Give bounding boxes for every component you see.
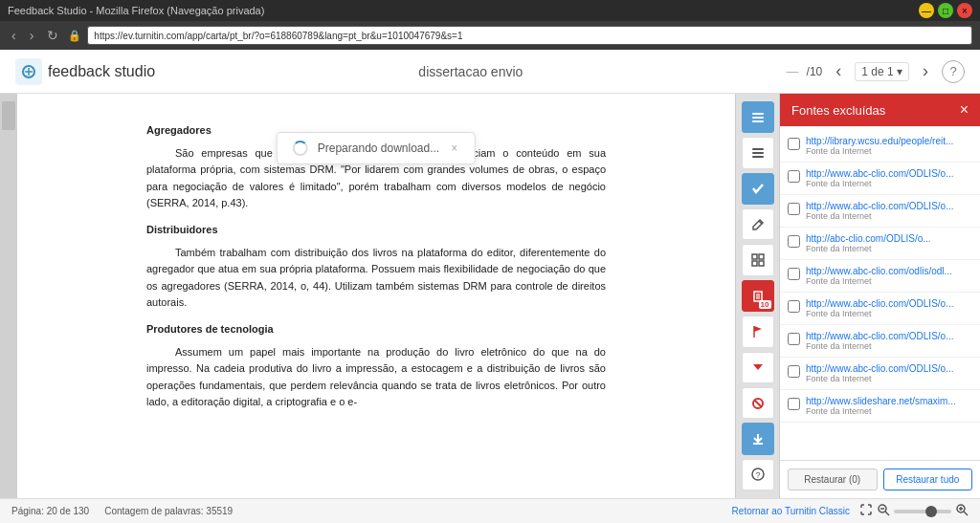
excluded-sources-panel: Fontes excluídas × http://library.wcsu.e… [779,94,980,498]
source-info-0: http://library.wcsu.edu/people/reit... F… [806,136,972,156]
source-url-2: http://www.abc-clio.com/ODLIS/o... [806,201,972,211]
check-button[interactable] [742,173,774,205]
download-button[interactable] [742,423,774,454]
svg-text:?: ? [755,470,760,480]
document-area: Preparando download... × Agregadores São… [17,94,735,498]
source-info-5: http://www.abc-clio.com/ODLIS/o... Fonte… [806,298,972,318]
navigation-controls: — /10 ‹ 1 de 1 ▾ › ? [787,59,965,83]
source-checkbox-0[interactable] [788,138,800,150]
return-link[interactable]: Retornar ao Turnitin Classic [732,506,850,516]
logo-area: feedback studio [15,58,155,85]
svg-rect-10 [752,254,757,259]
source-type-8: Fonte da Internet [806,406,972,416]
document-content: Agregadores São empresas que representam… [146,122,606,411]
svg-rect-4 [752,117,764,119]
svg-rect-12 [752,261,757,266]
svg-line-23 [885,512,889,515]
fullscreen-button[interactable] [859,503,873,519]
panel-close-button[interactable]: × [960,101,969,119]
source-item: http://www.abc-clio.com/ODLIS/o... Fonte… [780,358,980,390]
source-info-6: http://www.abc-clio.com/ODLIS/o... Fonte… [806,331,972,351]
source-type-4: Fonte da Internet [806,276,972,286]
window-title: Feedback Studio - Mozilla Firefox (Naveg… [8,5,264,16]
source-url-5: http://www.abc-clio.com/ODLIS/o... [806,298,972,309]
source-type-6: Fonte da Internet [806,341,972,351]
next-page-button[interactable]: › [917,59,934,83]
source-url-0: http://library.wcsu.edu/people/reit... [806,136,972,146]
page-total: /10 [807,65,823,78]
maximize-button[interactable]: □ [938,3,953,18]
source-checkbox-6[interactable] [788,333,800,345]
source-info-3: http://abc-clio.com/ODLIS/o... Fonte da … [806,233,972,253]
source-info-7: http://www.abc-clio.com/ODLIS/o... Fonte… [806,363,972,383]
close-button[interactable]: × [957,3,972,18]
source-item: http://www.abc-clio.com/ODLIS/o... Fonte… [780,195,980,228]
source-item: http://www.abc-clio.com/ODLIS/o... Fonte… [780,163,980,195]
app-logo-text: feedback studio [48,63,155,80]
download-spinner [293,141,308,156]
source-type-1: Fonte da Internet [806,179,972,188]
svg-rect-3 [752,113,764,115]
source-checkbox-8[interactable] [788,398,800,410]
filter-button[interactable] [742,137,774,168]
help-button[interactable]: ? [942,60,965,83]
source-type-0: Fonte da Internet [806,146,972,156]
prev-page-button[interactable]: ‹ [830,59,847,83]
status-left: Página: 20 de 130 Contagem de palavras: … [11,506,233,516]
zoom-in-button[interactable] [955,503,969,519]
download-close-button[interactable]: × [449,142,459,155]
zoom-slider[interactable] [894,510,951,513]
back-button[interactable]: ‹ [8,26,20,45]
panel-header: Fontes excluídas × [780,94,980,126]
heading-distribuidores: Distribuidores [146,222,606,239]
source-checkbox-1[interactable] [788,170,800,183]
source-checkbox-3[interactable] [788,235,800,248]
source-url-4: http://www.abc-clio.com/odlis/odl... [806,266,972,276]
svg-line-18 [754,400,761,406]
document-title: dissertacao envio [167,64,775,79]
svg-rect-7 [752,152,764,154]
svg-rect-6 [752,148,764,150]
flag-button[interactable] [742,316,774,347]
block-button[interactable] [742,387,774,419]
source-info-4: http://www.abc-clio.com/odlis/odl... Fon… [806,266,972,286]
lock-icon: 🔒 [68,30,81,42]
filter-down-button[interactable] [742,352,774,383]
source-info-2: http://www.abc-clio.com/ODLIS/o... Fonte… [806,201,972,221]
reload-button[interactable]: ↻ [43,26,62,45]
paragraph-produtores: Assumem um papel mais importante na prod… [146,344,606,411]
restore-all-button[interactable]: Restaurar tudo [883,469,973,490]
edit-button[interactable] [742,208,774,240]
similarity-button[interactable]: 10 [742,280,774,312]
grid-button[interactable] [742,244,774,275]
source-item: http://library.wcsu.edu/people/reit... F… [780,130,980,163]
layers-button[interactable] [742,101,774,133]
page-selector[interactable]: 1 de 1 ▾ [855,62,909,81]
address-bar: ‹ › ↻ 🔒 [0,21,980,50]
source-item: http://www.abc-clio.com/ODLIS/o... Fonte… [780,325,980,358]
similarity-badge: 10 [759,300,771,309]
word-count: Contagem de palavras: 35519 [104,506,233,516]
minimize-button[interactable]: — [919,3,934,18]
logo-icon [15,58,42,85]
source-checkbox-2[interactable] [788,203,800,215]
info-button[interactable]: ? [742,459,774,490]
zoom-out-button[interactable] [877,503,890,519]
title-bar: Feedback Studio - Mozilla Firefox (Naveg… [0,0,980,21]
zoom-controls [859,503,969,519]
address-input[interactable] [87,26,972,45]
restore-button[interactable]: Restaurar (0) [788,469,878,490]
source-type-2: Fonte da Internet [806,211,972,221]
download-overlay: Preparando download... × [277,132,476,164]
source-item: http://abc-clio.com/ODLIS/o... Fonte da … [780,228,980,260]
source-url-7: http://www.abc-clio.com/ODLIS/o... [806,363,972,374]
heading-produtores: Produtores de tecnologia [146,321,606,338]
source-checkbox-4[interactable] [788,268,800,280]
svg-rect-5 [752,120,764,122]
left-tool-button[interactable] [2,101,15,130]
source-checkbox-7[interactable] [788,365,800,378]
status-right: Retornar ao Turnitin Classic [732,503,969,519]
window-controls: — □ × [919,3,972,18]
forward-button[interactable]: › [26,26,38,45]
source-checkbox-5[interactable] [788,300,800,313]
